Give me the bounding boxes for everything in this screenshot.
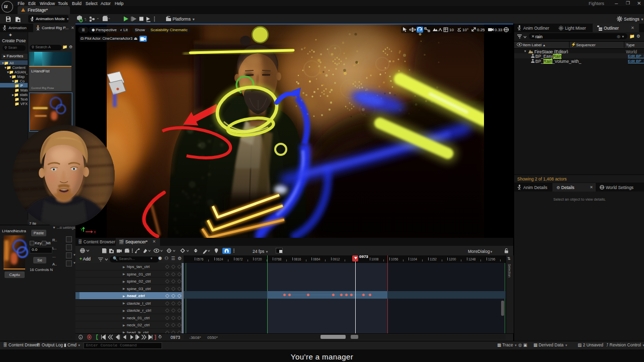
svg-text:10°: 10°	[462, 28, 468, 32]
svg-text:0.33: 0.33	[495, 28, 503, 32]
svg-text:X: X	[94, 230, 96, 234]
svg-text:10: 10	[449, 28, 454, 32]
svg-text:Y: Y	[80, 228, 83, 231]
svg-text:0.25: 0.25	[477, 28, 485, 32]
